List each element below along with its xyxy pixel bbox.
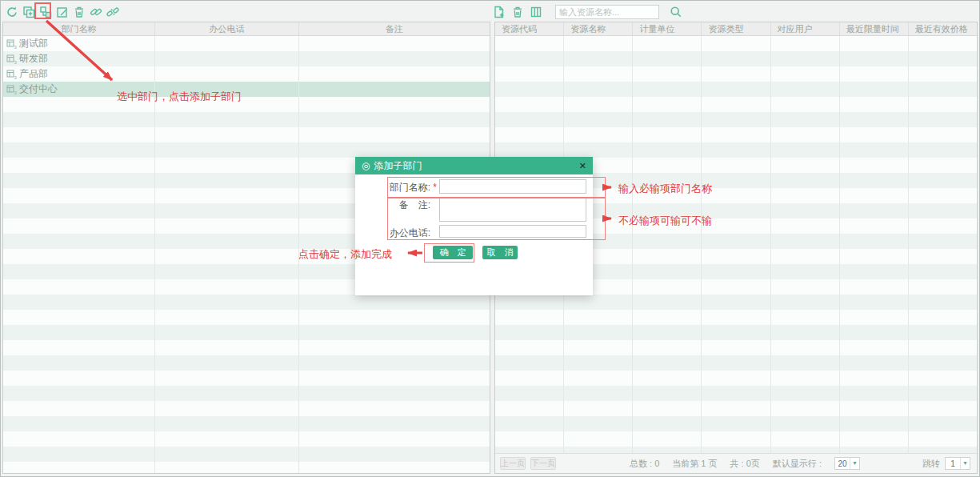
svg-text:3: 3 <box>14 74 18 79</box>
cancel-button[interactable]: 取 消 <box>482 246 518 259</box>
dialog-title: 添加子部门 <box>374 159 578 173</box>
cell <box>633 127 702 142</box>
empty-row <box>3 340 490 355</box>
cell <box>702 173 770 188</box>
cell <box>909 416 977 431</box>
empty-row <box>495 340 977 355</box>
cell: 3 测试部 <box>3 36 155 51</box>
empty-row <box>495 127 977 142</box>
department-row[interactable]: 3 研发部 <box>3 51 490 66</box>
empty-row <box>495 371 977 386</box>
cell <box>702 66 770 82</box>
annotation-optional-hint: 不必输项可输可不输 <box>618 214 712 228</box>
cell <box>840 447 909 453</box>
cell <box>840 355 909 371</box>
close-icon[interactable]: ✕ <box>579 161 586 171</box>
cell <box>909 112 977 127</box>
cell <box>702 203 770 218</box>
cell <box>840 158 909 173</box>
cell <box>633 295 702 310</box>
cell <box>633 112 702 127</box>
cell <box>633 82 702 97</box>
left-toolbar <box>6 3 119 20</box>
cell <box>495 386 564 401</box>
cell <box>702 234 770 249</box>
resource-column-header: 对应用户 <box>771 22 840 35</box>
grid-icon[interactable] <box>530 6 542 18</box>
cell <box>155 218 299 234</box>
department-row[interactable]: 3 交付中心 <box>3 82 490 97</box>
cell <box>299 416 490 431</box>
cell <box>771 218 840 234</box>
department-row[interactable]: 3 产品部 <box>3 66 490 82</box>
delete-icon[interactable] <box>73 6 86 18</box>
rows-per-page-select[interactable]: 20 ▼ <box>834 457 860 470</box>
add-sub-department-icon[interactable] <box>39 6 52 18</box>
pagination-info: 总数 : 0 当前第 1 页 共 : 0页 默认显示行 : 20 ▼ <box>630 457 860 470</box>
cell <box>909 249 977 264</box>
jump-page-select[interactable]: 1 ▼ <box>945 457 970 470</box>
empty-row <box>3 97 490 112</box>
empty-row <box>3 386 490 401</box>
delete-resource-icon[interactable] <box>511 6 524 18</box>
department-name-input[interactable] <box>439 179 586 194</box>
cell <box>909 51 977 66</box>
department-row[interactable]: 3 测试部 <box>3 36 490 51</box>
next-page-button[interactable]: 下一页 <box>530 457 556 470</box>
empty-row <box>495 295 977 310</box>
cell <box>840 218 909 234</box>
department-name: 研发部 <box>19 52 48 66</box>
cell <box>840 295 909 310</box>
resource-table-header: 资源代码资源名称计量单位资源类型对应用户最近限量时间最近有效价格 <box>495 22 977 36</box>
cell <box>771 355 840 371</box>
cell <box>771 82 840 97</box>
cell <box>3 386 155 401</box>
empty-row <box>495 401 977 416</box>
link-icon[interactable] <box>90 6 102 18</box>
cell <box>771 264 840 279</box>
cell <box>3 447 155 462</box>
cell <box>155 188 299 203</box>
prev-page-button[interactable]: 上一页 <box>500 457 526 470</box>
remark-textarea[interactable] <box>439 197 586 222</box>
cell <box>564 82 633 97</box>
empty-row <box>495 447 977 453</box>
cell <box>633 310 702 325</box>
edit-icon[interactable] <box>56 6 69 18</box>
cell <box>564 142 633 158</box>
cell <box>702 295 770 310</box>
cell <box>3 249 155 264</box>
cell <box>633 66 702 82</box>
cell <box>155 462 299 473</box>
search-icon[interactable] <box>670 6 682 18</box>
cell <box>633 401 702 416</box>
search-input[interactable] <box>555 5 659 19</box>
add-file-icon[interactable] <box>493 6 506 18</box>
empty-row <box>3 355 490 371</box>
jump-label: 跳转 <box>922 458 940 470</box>
cell <box>840 340 909 355</box>
cell <box>771 127 840 142</box>
app-window: 部门名称办公电话备注 3 测试部 3 研发部 3 产品部 3 交付中心 资源代码… <box>0 0 980 477</box>
cell <box>3 355 155 371</box>
cell <box>702 142 770 158</box>
cell <box>564 325 633 340</box>
cell <box>155 310 299 325</box>
cell <box>702 416 770 431</box>
annotation-confirm-hint: 点击确定，添加完成 <box>298 247 392 262</box>
cell <box>299 66 490 82</box>
refresh-icon[interactable] <box>6 6 18 18</box>
department-icon: 3 <box>6 69 18 80</box>
add-department-icon[interactable] <box>22 6 35 18</box>
remark-label: 备 注: <box>362 197 430 212</box>
empty-row <box>495 355 977 371</box>
office-phone-input[interactable] <box>439 225 586 238</box>
confirm-button[interactable]: 确 定 <box>433 246 473 259</box>
cell <box>155 264 299 279</box>
cell <box>3 431 155 447</box>
cell <box>299 462 490 473</box>
svg-text:3: 3 <box>14 44 18 49</box>
unlink-icon[interactable] <box>106 6 119 18</box>
required-asterisk: * <box>430 179 439 193</box>
cell <box>840 416 909 431</box>
